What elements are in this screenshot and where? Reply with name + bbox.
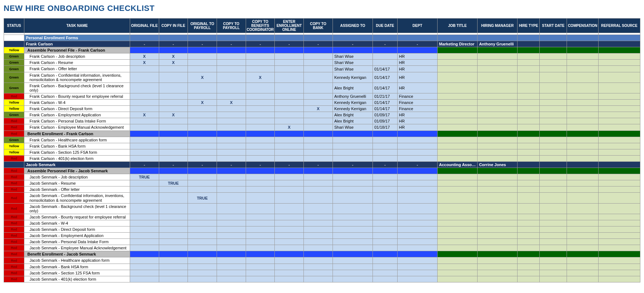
table-row[interactable]: RedJacob Senmark - 401(k) election form [4,276,640,282]
table-row[interactable]: RedJacob Senmark - Offer letter [4,186,640,193]
cell[interactable] [598,72,640,83]
cell[interactable] [478,168,518,174]
due-date-cell[interactable] [373,155,397,161]
task-name[interactable]: Jacob Senmark - 401(k) election form [24,276,130,282]
check-cell[interactable] [188,174,217,180]
check-cell[interactable] [246,93,275,99]
check-cell[interactable] [188,233,217,239]
cell[interactable] [567,180,599,186]
dept-cell[interactable] [397,203,437,214]
cell[interactable] [567,186,599,193]
cell[interactable] [540,270,567,276]
dept-cell[interactable]: HR [397,112,437,118]
check-cell[interactable] [130,220,159,226]
assigned-to-cell[interactable]: Alex Bright [333,118,373,124]
status-cell[interactable] [4,35,24,41]
cell[interactable] [540,186,567,193]
check-cell[interactable] [217,203,246,214]
check-cell[interactable] [275,143,304,149]
subheader-title[interactable]: Assemble Personnel File - Frank Carlson [24,47,130,53]
check-cell[interactable] [217,60,246,66]
cell[interactable] [438,72,478,83]
due-date-cell[interactable]: 01/18/17 [373,124,397,131]
check-cell[interactable] [275,66,304,72]
status-cell[interactable]: Red [4,180,24,186]
check-cell[interactable] [188,149,217,155]
cell[interactable]: - [373,41,397,47]
cell[interactable] [478,186,518,193]
due-date-cell[interactable] [373,143,397,149]
cell[interactable] [598,161,640,168]
check-cell[interactable] [304,118,333,124]
table-row[interactable]: Jacob Senmark----------Accounting Associ… [4,161,640,168]
check-cell[interactable] [130,124,159,131]
status-cell[interactable]: Red [4,251,24,257]
check-cell[interactable] [246,180,275,186]
status-cell[interactable]: Red [4,233,24,239]
cell[interactable] [478,60,518,66]
assigned-to-cell[interactable] [333,137,373,143]
check-cell[interactable] [188,180,217,186]
dept-cell[interactable]: HR [397,53,437,60]
check-cell[interactable] [130,239,159,245]
cell[interactable] [217,47,246,53]
cell[interactable] [438,60,478,66]
x-cell[interactable] [188,35,217,41]
check-cell[interactable] [159,100,188,106]
table-row[interactable]: RedJacob Senmark - Background check (lev… [4,203,640,214]
check-cell[interactable] [275,112,304,118]
cell[interactable] [333,131,373,137]
cell[interactable] [438,270,478,276]
cell[interactable] [478,53,518,60]
due-date-cell[interactable]: 01/14/17 [373,66,397,72]
check-cell[interactable] [159,124,188,131]
check-cell[interactable] [275,100,304,106]
cell[interactable] [567,155,599,161]
assigned-to-cell[interactable]: Alex Bright [333,112,373,118]
cell[interactable] [159,251,188,257]
cell[interactable] [540,161,567,168]
due-date-cell[interactable] [373,270,397,276]
cell[interactable] [478,220,518,226]
check-cell[interactable] [188,137,217,143]
cell[interactable] [567,233,599,239]
cell[interactable] [438,233,478,239]
cell[interactable] [438,47,478,53]
cell[interactable] [567,239,599,245]
cell[interactable] [540,124,567,131]
assigned-to-cell[interactable] [333,220,373,226]
table-row[interactable]: RedJacob Senmark - ResumeTRUE [4,180,640,186]
cell[interactable] [598,245,640,251]
status-cell[interactable]: Red [4,257,24,264]
cell[interactable] [438,193,478,203]
cell[interactable] [478,203,518,214]
check-cell[interactable]: X [159,112,188,118]
cell[interactable] [478,35,518,41]
check-cell[interactable] [188,214,217,220]
cell[interactable]: - [333,41,373,47]
cell[interactable] [518,106,540,112]
table-row[interactable]: YellowFrank Carlson - Direct Deposit for… [4,106,640,112]
cell[interactable] [567,41,599,47]
cell[interactable]: - [246,41,275,47]
task-name[interactable]: Frank Carlson - Background check (level … [24,83,130,93]
cell[interactable] [478,72,518,83]
cell[interactable] [478,239,518,245]
cell[interactable] [540,112,567,118]
task-name[interactable]: Frank Carlson - Confidential information… [24,72,130,83]
cell[interactable] [598,226,640,233]
cell[interactable] [304,47,333,53]
cell[interactable]: - [304,41,333,47]
check-cell[interactable] [275,180,304,186]
check-cell[interactable] [159,66,188,72]
cell[interactable] [598,186,640,193]
task-name[interactable]: Frank Carlson - Employee Manual Acknowle… [24,124,130,131]
cell[interactable] [159,168,188,174]
table-row[interactable]: GreenFrank Carlson - Employment Applicat… [4,112,640,118]
check-cell[interactable]: X [275,124,304,131]
check-cell[interactable] [246,174,275,180]
cell[interactable] [567,106,599,112]
cell[interactable] [598,257,640,264]
cell[interactable] [567,47,599,53]
check-cell[interactable]: X [130,112,159,118]
